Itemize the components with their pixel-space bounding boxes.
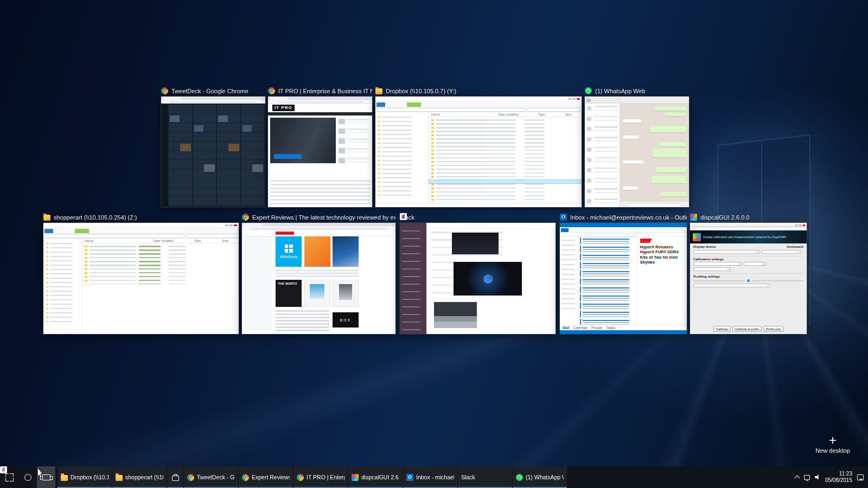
chrome-icon: [187, 474, 194, 481]
window-thumbnail[interactable]: [585, 97, 689, 207]
column-type: Type: [536, 113, 564, 116]
taskbar-item-tweetdeck[interactable]: TweetDeck - Googl...: [184, 466, 238, 488]
itpro-page: IT PRO: [268, 104, 372, 207]
hyperx-logo: [640, 239, 652, 243]
outlook-nav-bar: Mail Calendar People Tasks ···: [560, 325, 687, 330]
task-view-window-tweetdeck[interactable]: TweetDeck - Google Chrome: [161, 87, 265, 207]
task-view-window-expert-reviews[interactable]: Expert Reviews | The latest technology r…: [242, 213, 395, 334]
dispcal-banner: Display calibration and characterization…: [690, 230, 807, 243]
task-view-window-dispcalgui[interactable]: dispcalGUI 2.6.0.0 Display calibration a…: [690, 213, 807, 334]
search-button[interactable]: [18, 466, 37, 488]
taskbar-item-store[interactable]: [167, 466, 183, 488]
column-name: Name: [82, 239, 151, 242]
window-thumbnail[interactable]: Display calibration and characterization…: [690, 223, 807, 334]
nav-people: People: [591, 326, 602, 330]
dispcalgui-app: Display calibration and characterization…: [690, 223, 807, 334]
slack-message-area: [426, 223, 556, 334]
itpro-hero-image: [270, 118, 336, 163]
message-bubble: [623, 119, 641, 123]
window-thumbnail[interactable]: [400, 223, 556, 334]
column-size: Size: [220, 239, 239, 242]
explorer-ribbon: [375, 101, 582, 107]
explorer-nav-pane: [375, 112, 429, 203]
profile-type-dropdown: [693, 284, 770, 287]
email-headline: HyperX Releases HyperX FURY DDR4 Kits of…: [640, 245, 685, 265]
taskbar-item-shopperart[interactable]: shopperart (\\10.10...: [112, 466, 167, 488]
taskbar-item-whatsapp[interactable]: (1) WhatsApp Web: [513, 466, 567, 488]
taskbar-item-slack[interactable]: Slack: [458, 466, 512, 488]
clock[interactable]: 11:23 05/08/2015: [825, 471, 852, 484]
explorer-main: Name Date modified Type Size: [43, 239, 239, 330]
window-title-bar: IT PRO | Enterprise & Business IT News, …: [268, 87, 372, 95]
whatsapp-input-bar: [620, 201, 689, 207]
window-title-bar: Dropbox (\\10.105.0.7) (Y:): [375, 87, 582, 95]
slack-video-embed: [454, 262, 522, 296]
headline-lines: [276, 270, 359, 277]
outlook-icon: [406, 474, 413, 481]
window-thumbnail[interactable]: Name Date modified Type Size: [375, 97, 582, 207]
window-thumbnail[interactable]: IT PRO: [268, 97, 372, 207]
outlook-main: HyperX Releases HyperX FURY DDR4 Kits of…: [560, 236, 687, 325]
whatsapp-icon: [585, 87, 592, 94]
section-calibration: Calibration settings: [693, 256, 803, 261]
task-view-window-shopperart-explorer[interactable]: shopperart (\\10.105.0.254) (Z:) Name Da…: [43, 213, 239, 334]
task-view-window-slack[interactable]: Slack: [400, 213, 556, 334]
window-title-bar: Inbox - michael@expertreviews.co.uk - Ou…: [560, 213, 687, 221]
task-view-window-itpro[interactable]: IT PRO | Enterprise & Business IT News, …: [268, 87, 372, 207]
window-title-bar: Expert Reviews | The latest technology r…: [242, 213, 395, 221]
file-explorer: Name Date modified Type Size: [43, 223, 239, 334]
outlook-icon: [560, 214, 567, 221]
network-icon[interactable]: [804, 475, 810, 480]
message-bubble: [623, 187, 638, 190]
slack-sidebar: [400, 223, 426, 334]
taskbar-item-expert-reviews[interactable]: Expert Reviews | The...: [239, 466, 293, 488]
calibrate-button: Calibrate: [713, 326, 731, 332]
explorer-address-bar: [43, 234, 239, 239]
explorer-column-headers: Name Date modified Type Size: [429, 112, 582, 117]
task-view-button[interactable]: [37, 466, 55, 488]
taskbar-item-label: shopperart (\\10.10...: [125, 474, 163, 480]
window-thumbnail[interactable]: [161, 97, 265, 207]
display-device-dropdown: [693, 250, 760, 254]
new-desktop-label: New desktop: [811, 447, 854, 454]
slack-app: [400, 223, 556, 334]
browser-chrome: [242, 223, 395, 230]
column-date: Date modified: [496, 113, 536, 116]
dispcal-titlebar: [690, 223, 807, 227]
window-thumbnail[interactable]: Name Date modified Type Size: [43, 223, 239, 334]
window-title-bar: dispcalGUI 2.6.0.0: [690, 213, 807, 221]
tray-expand-icon[interactable]: [794, 476, 800, 481]
message-bubble: [655, 106, 686, 111]
task-view-window-dropbox-explorer[interactable]: Dropbox (\\10.105.0.7) (Y:) Name Date mo…: [375, 87, 582, 207]
taskbar-item-dispcalgui[interactable]: dispcalGUI 2.6.0.0: [348, 466, 403, 488]
dispcalgui-icon: [690, 214, 697, 221]
promo-tile-orange: [304, 236, 330, 267]
taskbar-item-label: IT PRO | Enterprise ...: [307, 474, 344, 480]
outlook-search-bar: [560, 233, 687, 236]
new-desktop-button[interactable]: + New desktop: [811, 434, 854, 454]
windows-promo-tile: Windows: [276, 236, 302, 267]
taskbar-item-outlook[interactable]: Inbox - michael@ex...: [403, 466, 457, 488]
task-view-window-whatsapp[interactable]: (1) WhatsApp Web: [585, 87, 689, 207]
dispcal-buttons: Calibrate Calibrate & profile Profile on…: [693, 326, 803, 332]
taskbar-item-itpro[interactable]: IT PRO | Enterprise ...: [293, 466, 348, 488]
volume-icon[interactable]: [815, 474, 820, 480]
explorer-address-bar: [375, 107, 582, 112]
itpro-article-lines: [270, 180, 370, 206]
window-thumbnail[interactable]: Windows THE NORTH BOX: [242, 223, 395, 334]
section-profiling: Profiling settings: [693, 273, 803, 278]
whitepoint-dropdown: [693, 262, 742, 266]
north-tile-label: THE NORTH: [278, 282, 297, 285]
tone-curve-dropdown: [693, 267, 731, 271]
profile-only-button: Profile only: [763, 326, 783, 332]
profile-quality-slider: [693, 279, 803, 282]
windows-tile-label: Windows: [280, 254, 297, 259]
plus-icon: +: [811, 434, 854, 447]
action-center-icon[interactable]: [857, 474, 864, 480]
whatsapp-web: [585, 97, 689, 207]
taskbar-item-dropbox[interactable]: Dropbox (\\10.105...: [58, 466, 112, 488]
tweetdeck-column: [241, 105, 265, 206]
tweetdeck-columns: [161, 104, 265, 207]
window-thumbnail[interactable]: HyperX Releases HyperX FURY DDR4 Kits of…: [560, 223, 687, 334]
task-view-window-outlook[interactable]: Inbox - michael@expertreviews.co.uk - Ou…: [560, 213, 687, 334]
